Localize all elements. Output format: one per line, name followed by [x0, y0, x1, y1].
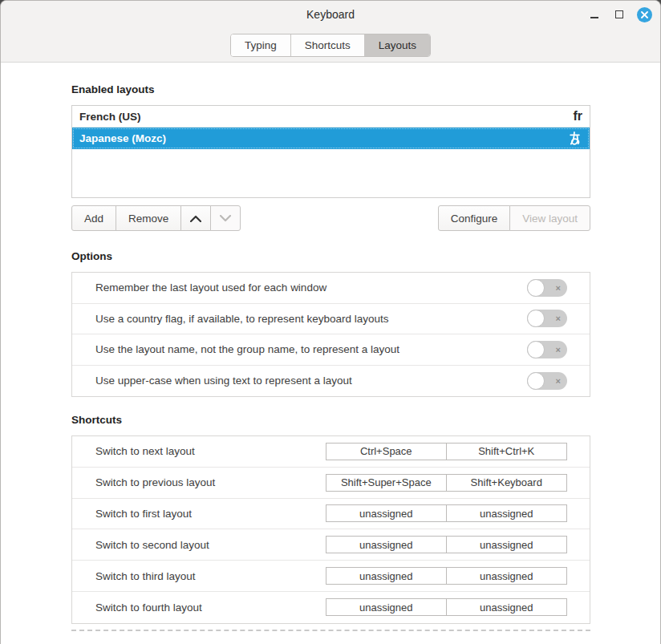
layout-name: French (US) — [79, 111, 141, 123]
shortcut-label: Switch to fourth layout — [95, 601, 202, 614]
keybinding-button-2[interactable]: Shift+Ctrl+K — [447, 443, 568, 460]
keybinding-button-2[interactable]: unassigned — [447, 504, 568, 522]
keyboard-settings-window: Keyboard Typing Shortcuts — [0, 0, 661, 644]
edit-button-group: Add Remove — [71, 205, 241, 231]
add-button[interactable]: Add — [71, 205, 116, 231]
keybinding-button-1[interactable]: Shift+Super+Space — [326, 474, 447, 492]
section-gap — [71, 397, 590, 414]
bottom-dashed-separator — [71, 630, 590, 631]
shortcut-row-next-layout: Switch to next layout Ctrl+Space Shift+C… — [72, 436, 590, 468]
minimize-icon — [590, 17, 598, 18]
shortcut-label: Switch to first layout — [95, 508, 192, 520]
enabled-layouts-list: French (US) fr Japanese (Mozc) — [71, 105, 590, 198]
keybinding-button-2[interactable]: unassigned — [447, 598, 568, 616]
shortcut-label: Switch to next layout — [95, 445, 195, 457]
keybinding-pair: unassigned unassigned — [326, 504, 567, 522]
keybinding-pair: unassigned unassigned — [326, 536, 567, 553]
shortcut-row-fourth-layout: Switch to fourth layout unassigned unass… — [72, 592, 590, 623]
close-x-icon — [641, 11, 648, 18]
option-label: Use the layout name, not the group name,… — [95, 343, 399, 355]
option-label: Use a country flag, if available, to rep… — [95, 313, 388, 325]
toggle-remember-layout[interactable]: × — [527, 279, 567, 297]
options-panel: Remember the last layout used for each w… — [71, 272, 590, 397]
window-header: Keyboard Typing Shortcuts — [1, 1, 660, 63]
configure-button[interactable]: Configure — [438, 205, 511, 231]
view-layout-button[interactable]: View layout — [509, 205, 590, 231]
minimize-button[interactable] — [587, 7, 602, 22]
option-label: Remember the last layout used for each w… — [95, 281, 326, 294]
keybinding-pair: Shift+Super+Space Shift+Keyboard — [326, 474, 567, 492]
tab-typing[interactable]: Typing — [231, 34, 291, 56]
toggle-knob — [527, 279, 545, 297]
tab-group: Typing Shortcuts Layouts — [230, 34, 431, 57]
tab-shortcuts[interactable]: Shortcuts — [291, 34, 365, 56]
keybinding-button-1[interactable]: unassigned — [326, 567, 447, 585]
keybinding-pair: unassigned unassigned — [326, 598, 567, 616]
shortcut-row-previous-layout: Switch to previous layout Shift+Super+Sp… — [72, 468, 590, 499]
move-down-button[interactable] — [210, 205, 241, 231]
toggle-country-flag[interactable]: × — [527, 310, 567, 327]
option-row-country-flag: Use a country flag, if available, to rep… — [72, 304, 590, 335]
window-controls — [587, 1, 652, 28]
toggle-off-x-icon: × — [556, 314, 561, 323]
shortcut-row-first-layout: Switch to first layout unassigned unassi… — [72, 499, 590, 530]
options-heading: Options — [71, 250, 590, 262]
remove-button[interactable]: Remove — [116, 205, 181, 231]
window-title: Keyboard — [1, 8, 660, 21]
keybinding-pair: Ctrl+Space Shift+Ctrl+K — [326, 443, 567, 460]
enabled-layouts-heading: Enabled layouts — [71, 83, 590, 95]
list-item-french[interactable]: French (US) fr — [72, 106, 590, 128]
option-row-upper-case: Use upper-case when using text to repres… — [72, 366, 590, 397]
toggle-knob — [527, 310, 545, 327]
option-label: Use upper-case when using text to repres… — [95, 375, 352, 387]
tab-layouts[interactable]: Layouts — [365, 34, 430, 56]
list-item-japanese[interactable]: Japanese (Mozc) — [72, 128, 590, 149]
layout-badge-fr: fr — [573, 109, 582, 124]
keybinding-button-1[interactable]: unassigned — [326, 504, 447, 522]
toggle-off-x-icon: × — [556, 283, 561, 292]
toggle-knob — [527, 341, 545, 358]
chevron-up-icon — [190, 215, 201, 222]
keybinding-button-2[interactable]: unassigned — [447, 536, 568, 553]
configure-button-group: Configure View layout — [438, 205, 590, 231]
keybinding-button-1[interactable]: unassigned — [326, 536, 447, 553]
hiragana-a-icon — [567, 131, 582, 146]
keybinding-button-2[interactable]: unassigned — [447, 567, 568, 585]
tab-bar: Typing Shortcuts Layouts — [1, 28, 660, 62]
shortcuts-panel: Switch to next layout Ctrl+Space Shift+C… — [71, 435, 590, 624]
toggle-off-x-icon: × — [556, 376, 561, 385]
option-row-layout-name: Use the layout name, not the group name,… — [72, 334, 590, 366]
close-button[interactable] — [637, 7, 652, 22]
shortcut-label: Switch to third layout — [95, 570, 196, 582]
shortcut-row-third-layout: Switch to third layout unassigned unassi… — [72, 561, 590, 592]
option-row-remember-layout: Remember the last layout used for each w… — [72, 273, 590, 304]
layouts-page: Enabled layouts French (US) fr Japanese … — [1, 63, 660, 644]
shortcuts-heading: Shortcuts — [71, 414, 590, 426]
keybinding-pair: unassigned unassigned — [326, 567, 567, 585]
move-up-button[interactable] — [180, 205, 211, 231]
titlebar: Keyboard — [1, 1, 660, 28]
toggle-upper-case[interactable]: × — [527, 372, 567, 390]
layout-actions-row: Add Remove Configure View layout — [71, 205, 590, 231]
shortcut-label: Switch to second layout — [95, 539, 209, 551]
layout-name: Japanese (Mozc) — [79, 132, 166, 144]
chevron-down-icon — [220, 215, 231, 222]
toggle-layout-name[interactable]: × — [527, 341, 567, 358]
shortcut-label: Switch to previous layout — [95, 476, 215, 488]
toggle-off-x-icon: × — [556, 345, 561, 354]
toggle-knob — [527, 372, 545, 390]
shortcut-row-second-layout: Switch to second layout unassigned unass… — [72, 529, 590, 561]
maximize-button[interactable] — [612, 7, 627, 22]
keybinding-button-2[interactable]: Shift+Keyboard — [447, 474, 568, 492]
keybinding-button-1[interactable]: unassigned — [326, 598, 447, 616]
keybinding-button-1[interactable]: Ctrl+Space — [326, 443, 447, 460]
maximize-icon — [615, 10, 623, 18]
